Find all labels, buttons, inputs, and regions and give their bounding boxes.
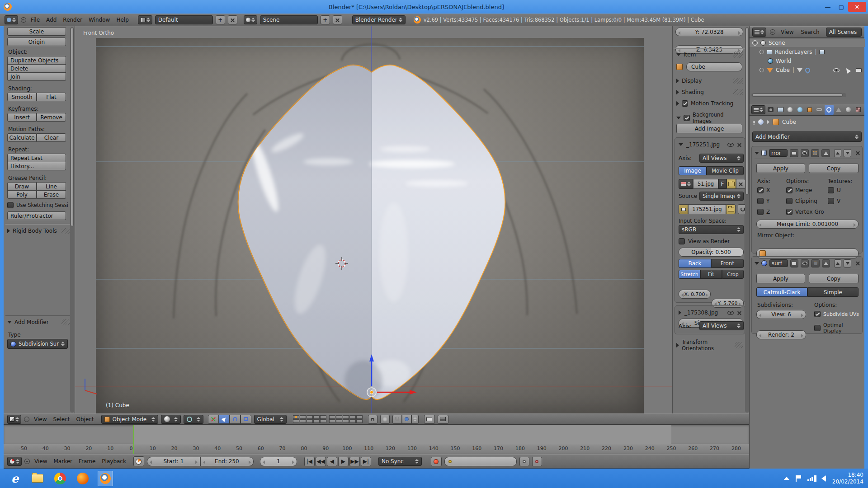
snap-target-select[interactable] [411, 415, 419, 424]
add-scene-button[interactable]: + [321, 15, 330, 24]
rotate-manipulator-toggle[interactable] [230, 415, 241, 424]
visibility-eye-icon[interactable] [833, 68, 840, 72]
layer-cell[interactable] [293, 415, 299, 419]
clear-paths-button[interactable]: Clear [37, 133, 66, 142]
file-explorer-icon[interactable] [30, 471, 45, 486]
rigid-body-tools-header[interactable]: Rigid Body Tools [7, 228, 71, 234]
pin-icon[interactable] [753, 121, 755, 123]
motion-tracking-checkbox[interactable] [682, 100, 688, 107]
catmull-clark-toggle[interactable]: Catmull-Clark [756, 287, 807, 297]
expand-icon[interactable] [752, 40, 758, 46]
remove-keyframe-button[interactable]: Remove [37, 113, 66, 122]
subsurf-name-field[interactable]: surf [769, 259, 788, 267]
object-name-field[interactable]: Cube [686, 62, 742, 71]
record-button[interactable] [431, 457, 442, 466]
layer-cell[interactable] [329, 415, 335, 419]
snap-element-icon[interactable] [402, 415, 411, 424]
titlebar[interactable]: Blender* [C:\Users\Roldan\Desktop\pERSON… [0, 0, 868, 14]
cage-toggle[interactable] [822, 259, 830, 267]
scene-icon[interactable] [244, 15, 257, 24]
viewport-visibility-toggle[interactable] [801, 149, 809, 157]
layer-cell[interactable] [307, 419, 313, 423]
mirror-v-row[interactable]: V [828, 198, 840, 204]
optimal-display-checkbox[interactable] [814, 325, 821, 331]
subdivide-uvs-checkbox[interactable] [814, 311, 821, 317]
taskbar-clock[interactable]: 18:40 20/02/2014 [832, 472, 863, 485]
bg-image-2-header[interactable]: _175308.jpg [679, 310, 742, 316]
browse-file-button[interactable] [726, 204, 736, 214]
outliner-scope-select[interactable]: All Scenes [826, 28, 862, 37]
menu-help[interactable]: Help [114, 17, 130, 23]
layer-cell[interactable] [356, 415, 363, 419]
mirror-modifier-header[interactable]: rror [755, 149, 860, 159]
tab-modifiers[interactable] [825, 105, 834, 115]
viewport-3d[interactable]: Front Ortho (1) Cube [75, 26, 672, 413]
menu-file[interactable]: File [29, 17, 42, 23]
eye-icon[interactable] [727, 311, 734, 315]
layer-cell[interactable] [343, 419, 349, 423]
add-image-button[interactable]: Add Image [676, 124, 742, 133]
editor-type-button[interactable] [7, 415, 21, 424]
mirror-apply-button[interactable]: Apply [756, 164, 805, 173]
collapse-menus-icon[interactable] [21, 17, 26, 23]
shade-smooth-button[interactable]: Smooth [7, 93, 37, 101]
current-frame-field[interactable]: 1 [260, 457, 297, 466]
use-sketching-checkbox[interactable] [7, 202, 14, 208]
expand-plus-icon[interactable] [760, 50, 764, 54]
mirror-x-row[interactable]: X [757, 187, 770, 193]
movie-clip-tab[interactable]: Movie Clip [707, 166, 744, 175]
scale-button[interactable]: Scale [7, 27, 66, 36]
optimal-display-row[interactable]: Optimal Display [814, 322, 862, 334]
collapse-menus-icon[interactable] [24, 417, 29, 422]
layer-cell[interactable] [313, 415, 320, 419]
layers-grid-2[interactable] [329, 415, 363, 423]
add-modifier-panel-header[interactable]: Add Modifier [7, 319, 71, 325]
repeat-last-button[interactable]: Repeat Last [7, 154, 66, 162]
background-images-panel-header[interactable]: Background Images [676, 112, 743, 124]
delete-modifier-icon[interactable] [855, 150, 860, 155]
play-button[interactable]: ▶ [338, 457, 349, 466]
tab-scene[interactable] [786, 105, 795, 115]
front-toggle[interactable]: Front [711, 259, 744, 268]
previous-keyframe-button[interactable]: ◀◀ [316, 457, 326, 466]
delete-modifier-icon[interactable] [855, 261, 860, 266]
crop-toggle[interactable]: Crop [722, 270, 744, 279]
mirror-copy-button[interactable]: Copy [809, 164, 859, 173]
mirror-name-field[interactable]: rror [769, 149, 788, 157]
viewport-shading-select[interactable] [161, 415, 181, 424]
panel-grip-icon[interactable] [733, 52, 743, 58]
transform-orientation-select[interactable]: Global [254, 415, 287, 424]
subsurf-copy-button[interactable]: Copy [809, 274, 859, 283]
editor-type-button[interactable] [5, 15, 18, 24]
outliner-row-scene[interactable]: Scene [750, 39, 865, 47]
minimize-button[interactable]: — [821, 2, 835, 12]
end-frame-field[interactable]: End: 250 [200, 457, 254, 466]
offset-x-slider[interactable]: X: 0.700 [679, 290, 711, 299]
image-browse-button[interactable] [679, 179, 693, 189]
move-modifier-up-button[interactable] [834, 259, 842, 267]
layer-cell[interactable] [349, 415, 356, 419]
tab-material[interactable] [844, 105, 853, 115]
render-visibility-toggle[interactable] [790, 259, 798, 267]
internet-explorer-icon[interactable]: e [7, 471, 23, 486]
mirror-u-row[interactable]: U [828, 187, 841, 193]
back-toggle[interactable]: Back [679, 259, 711, 268]
preview-range-clock-icon[interactable] [133, 456, 144, 466]
use-sketching-row[interactable]: Use Sketching Sessi [7, 202, 68, 208]
layer-cell[interactable] [343, 415, 349, 419]
editor-type-button[interactable] [7, 457, 22, 466]
jump-to-start-button[interactable]: |◀ [304, 457, 315, 466]
location-y-slider[interactable]: Y: 72.0328 [675, 28, 743, 36]
collapse-menus-icon[interactable] [24, 459, 30, 464]
toolshelf-scrollbar-track[interactable] [70, 27, 74, 413]
snap-magnet-icon[interactable] [392, 415, 402, 424]
opengl-animation-icon[interactable] [438, 415, 448, 424]
editor-type-button[interactable] [751, 105, 765, 114]
axis-select[interactable]: All Views [699, 154, 744, 163]
eye-icon[interactable] [727, 143, 734, 147]
view-as-render-row[interactable]: View as Render [679, 238, 730, 244]
outliner-row-renderlayers[interactable]: RenderLayers | [760, 48, 863, 56]
stretch-toggle[interactable]: Stretch [679, 270, 700, 279]
vertex-groups-checkbox[interactable] [786, 209, 793, 215]
add-layout-button[interactable]: + [216, 15, 225, 24]
